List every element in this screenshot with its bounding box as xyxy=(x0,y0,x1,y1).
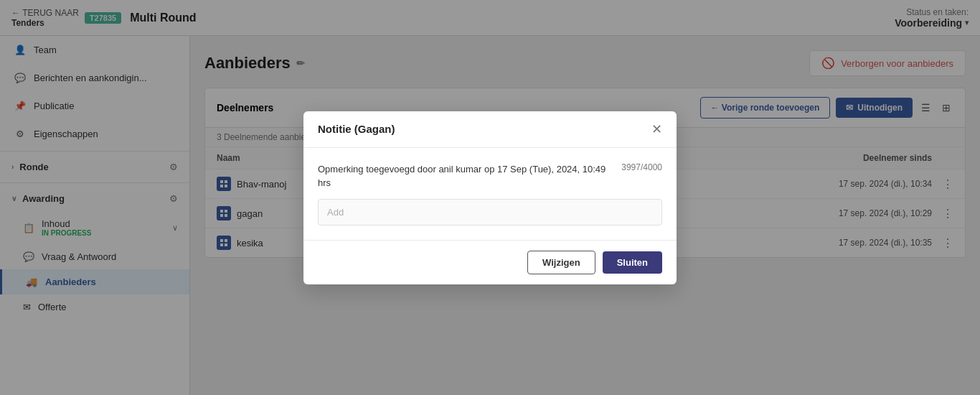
modal-overlay: Notitie (Gagan) ✕ Opmerking toegevoegd d… xyxy=(190,36,980,395)
modal-note-text: Opmerking toegevoegd door anil kumar op … xyxy=(318,162,613,190)
content-area: Aanbieders ✏ 🚫 Verborgen voor aanbieders… xyxy=(190,36,980,395)
modal: Notitie (Gagan) ✕ Opmerking toegevoegd d… xyxy=(303,111,677,284)
modal-add-placeholder: Add xyxy=(327,207,344,218)
wijzigen-button[interactable]: Wijzigen xyxy=(527,251,595,274)
modal-add-area[interactable]: Add xyxy=(318,199,662,226)
modal-note-row: Opmerking toegevoegd door anil kumar op … xyxy=(318,162,662,190)
modal-close-button[interactable]: ✕ xyxy=(651,123,662,136)
sluiten-button[interactable]: Sluiten xyxy=(603,251,662,274)
main-layout: 👤 Team 💬 Berichten en aankondigin... 📌 P… xyxy=(0,36,980,395)
modal-title: Notitie (Gagan) xyxy=(318,123,395,135)
modal-header: Notitie (Gagan) ✕ xyxy=(303,111,677,148)
modal-footer: Wijzigen Sluiten xyxy=(303,241,677,284)
modal-body: Opmerking toegevoegd door anil kumar op … xyxy=(303,148,677,240)
modal-char-count: 3997/4000 xyxy=(621,162,662,172)
